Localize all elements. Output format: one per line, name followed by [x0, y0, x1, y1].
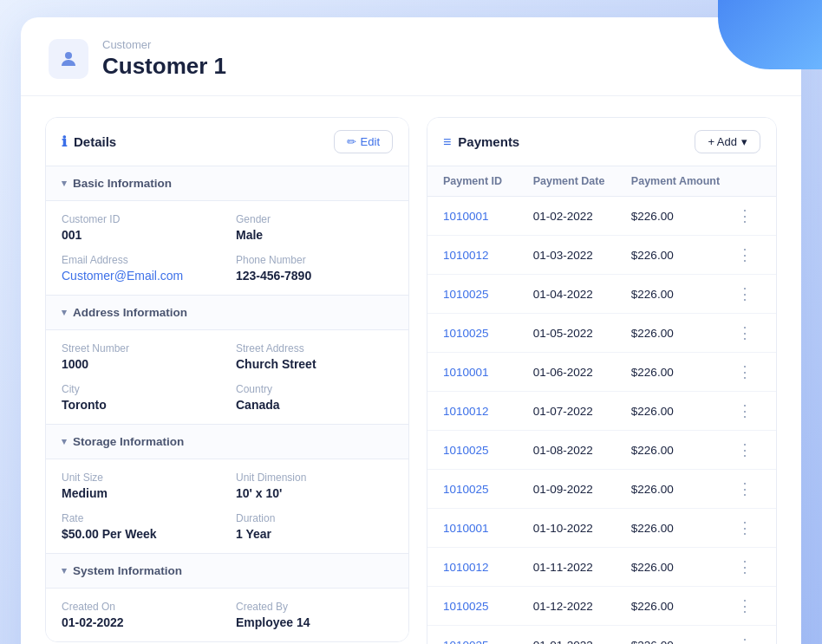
field-value: 1000	[62, 357, 219, 371]
svg-point-0	[65, 52, 72, 59]
more-button[interactable]: ⋮	[729, 400, 760, 422]
payment-amount-cell: $226.00	[631, 639, 729, 645]
section-title: Basic Information	[73, 177, 172, 190]
field-label: Phone Number	[236, 254, 393, 266]
payments-title: ≡ Payments	[443, 134, 519, 150]
payment-id-cell[interactable]: 1010025	[443, 288, 533, 301]
payment-date-cell: 01-10-2022	[533, 522, 631, 535]
payment-id-cell[interactable]: 1010025	[443, 600, 533, 613]
table-row: 101000101-02-2022$226.00⋮	[427, 197, 776, 236]
section-basic: ▾Basic InformationCustomer ID001GenderMa…	[46, 166, 408, 296]
field-label: Street Address	[236, 342, 393, 355]
field: Customer ID001	[62, 213, 219, 242]
field-value[interactable]: Customer@Email.com	[62, 269, 219, 283]
payment-amount-cell: $226.00	[631, 288, 729, 301]
chevron-icon: ▾	[62, 307, 67, 318]
field: Unit SizeMedium	[62, 472, 219, 500]
payment-amount-cell: $226.00	[631, 600, 729, 613]
payment-date-cell: 01-05-2022	[533, 327, 631, 340]
field: Phone Number123-456-7890	[236, 254, 393, 283]
payment-date-cell: 01-12-2022	[533, 600, 631, 613]
field-label: Country	[236, 383, 393, 395]
field-value: Medium	[62, 486, 219, 500]
payment-date-cell: 01-02-2022	[533, 210, 631, 223]
section-title: Storage Information	[73, 435, 184, 448]
breadcrumb: Customer	[102, 38, 226, 51]
section-body-basic: Customer ID001GenderMaleEmail AddressCus…	[46, 201, 408, 295]
edit-button[interactable]: ✏ Edit	[334, 130, 393, 153]
payment-date-cell: 01-09-2022	[533, 483, 631, 496]
field: Created ByEmployee 14	[236, 601, 393, 629]
field-value: 001	[62, 228, 219, 242]
more-button[interactable]: ⋮	[729, 361, 760, 383]
field: Created On01-02-2022	[62, 601, 219, 629]
table-row: 101000101-06-2022$226.00⋮	[427, 353, 776, 392]
payment-id-cell[interactable]: 1010025	[443, 639, 533, 645]
more-button[interactable]: ⋮	[729, 439, 760, 461]
field-label: Street Number	[62, 342, 219, 355]
more-button[interactable]: ⋮	[729, 517, 760, 539]
table-row: 101002501-09-2022$226.00⋮	[427, 470, 776, 509]
payment-date-cell: 01-06-2022	[533, 366, 631, 379]
field-label: Unit Dimension	[236, 472, 393, 484]
section-system: ▾System InformationCreated On01-02-2022C…	[46, 554, 408, 641]
more-button[interactable]: ⋮	[729, 556, 760, 578]
field: CityToronto	[62, 383, 219, 412]
section-header-basic[interactable]: ▾Basic Information	[46, 166, 408, 201]
page-title: Customer 1	[102, 53, 226, 80]
more-button[interactable]: ⋮	[729, 244, 760, 266]
section-body-address: Street Number1000Street AddressChurch St…	[46, 330, 408, 424]
payment-id-cell[interactable]: 1010001	[443, 366, 533, 379]
payment-id-cell[interactable]: 1010012	[443, 405, 533, 418]
payments-table-header: Payment ID Payment Date Payment Amount	[427, 166, 776, 197]
body: ℹ Details ✏ Edit ▾Basic InformationCusto…	[21, 96, 801, 644]
more-button[interactable]: ⋮	[729, 283, 760, 305]
field-label: Email Address	[62, 254, 219, 266]
list-icon: ≡	[443, 134, 451, 150]
field: Rate$50.00 Per Week	[62, 512, 219, 541]
field: CountryCanada	[236, 383, 393, 412]
payment-id-cell[interactable]: 1010012	[443, 561, 533, 574]
payment-date-cell: 01-04-2022	[533, 288, 631, 301]
field-label: Gender	[236, 213, 393, 225]
field-label: Created On	[62, 601, 219, 613]
header: Customer Customer 1	[21, 17, 801, 96]
table-row: 101001201-03-2022$226.00⋮	[427, 236, 776, 275]
field-value: Employee 14	[236, 615, 393, 629]
field-label: Duration	[236, 512, 393, 524]
section-body-system: Created On01-02-2022Created ByEmployee 1…	[46, 589, 408, 641]
details-panel-header: ℹ Details ✏ Edit	[46, 118, 408, 166]
payments-panel-header: ≡ Payments + Add ▾	[427, 118, 776, 166]
more-button[interactable]: ⋮	[729, 205, 760, 227]
table-row: 101002501-01-2023$226.00⋮	[427, 626, 776, 644]
add-payment-button[interactable]: + Add ▾	[695, 130, 760, 153]
payment-id-cell[interactable]: 1010025	[443, 444, 533, 457]
payment-id-cell[interactable]: 1010025	[443, 327, 533, 340]
payment-id-cell[interactable]: 1010001	[443, 522, 533, 535]
payment-date-cell: 01-01-2023	[533, 639, 631, 645]
payment-date-cell: 01-11-2022	[533, 561, 631, 574]
field-value: 1 Year	[236, 527, 393, 541]
payment-id-cell[interactable]: 1010012	[443, 249, 533, 262]
table-row: 101002501-05-2022$226.00⋮	[427, 314, 776, 353]
field: Street AddressChurch Street	[236, 342, 393, 371]
chevron-icon: ▾	[62, 565, 67, 576]
details-panel: ℹ Details ✏ Edit ▾Basic InformationCusto…	[45, 117, 409, 642]
more-button[interactable]: ⋮	[729, 634, 760, 644]
section-header-system[interactable]: ▾System Information	[46, 554, 408, 589]
more-button[interactable]: ⋮	[729, 322, 760, 344]
more-button[interactable]: ⋮	[729, 478, 760, 500]
chevron-icon: ▾	[62, 178, 67, 189]
table-row: 101002501-04-2022$226.00⋮	[427, 275, 776, 314]
payment-id-cell[interactable]: 1010001	[443, 210, 533, 223]
edit-icon: ✏	[347, 135, 356, 148]
field: Email AddressCustomer@Email.com	[62, 254, 219, 283]
field-label: Created By	[236, 601, 393, 613]
section-storage: ▾Storage InformationUnit SizeMediumUnit …	[46, 425, 408, 554]
section-header-storage[interactable]: ▾Storage Information	[46, 425, 408, 459]
more-button[interactable]: ⋮	[729, 595, 760, 617]
field-value: Toronto	[62, 398, 219, 412]
payment-id-cell[interactable]: 1010025	[443, 483, 533, 496]
payment-amount-cell: $226.00	[631, 366, 729, 379]
section-header-address[interactable]: ▾Address Information	[46, 296, 408, 330]
